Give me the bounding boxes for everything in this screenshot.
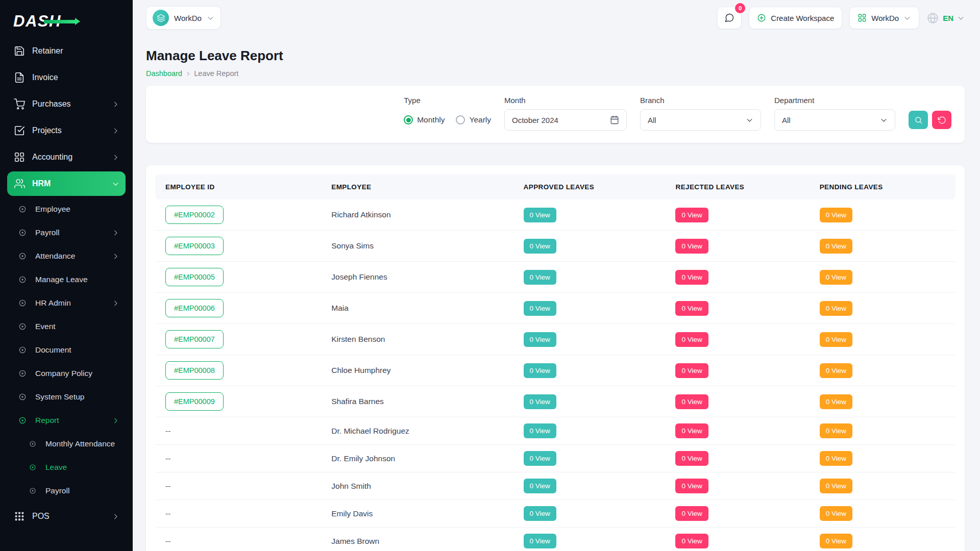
- sidebar: DASH RetainerInvoicePurchasesProjectsAcc…: [0, 0, 133, 551]
- approved-leaves-badge[interactable]: 0 View: [524, 394, 556, 409]
- month-input[interactable]: October 2024: [504, 109, 627, 131]
- employee-name: Kirsten Benson: [331, 335, 385, 343]
- sidebar-item-report[interactable]: Report: [7, 409, 126, 432]
- workspace-select[interactable]: WorkDo: [146, 6, 221, 30]
- table-row: #EMP00005Joseph Fiennes0 View0 View0 Vie…: [155, 262, 955, 293]
- sidebar-item-purchases[interactable]: Purchases: [7, 92, 126, 116]
- employee-name: Joseph Fiennes: [331, 272, 387, 281]
- topbar: WorkDo 0 Create Workspace WorkDo: [133, 0, 980, 36]
- rejected-leaves-badge[interactable]: 0 View: [675, 506, 708, 521]
- employee-id-button[interactable]: #EMP00002: [165, 206, 224, 224]
- language-code: EN: [943, 14, 953, 22]
- rejected-leaves-badge[interactable]: 0 View: [675, 451, 708, 466]
- search-button[interactable]: [909, 111, 928, 129]
- sidebar-item-label: Leave: [45, 463, 67, 472]
- pending-leaves-badge[interactable]: 0 View: [820, 301, 852, 316]
- pending-leaves-badge[interactable]: 0 View: [820, 506, 852, 521]
- sidebar-item-invoice[interactable]: Invoice: [7, 65, 126, 90]
- rejected-leaves-badge[interactable]: 0 View: [675, 270, 708, 285]
- sidebar-item-hrm[interactable]: HRM: [7, 171, 126, 196]
- sidebar-item-payroll[interactable]: Payroll: [7, 480, 126, 502]
- branch-value: All: [648, 116, 656, 124]
- approved-leaves-badge[interactable]: 0 View: [524, 208, 556, 222]
- sidebar-item-event[interactable]: Event: [7, 315, 126, 338]
- pending-leaves-badge[interactable]: 0 View: [820, 534, 852, 548]
- pending-leaves-badge[interactable]: 0 View: [820, 363, 852, 378]
- approved-leaves-badge[interactable]: 0 View: [524, 270, 556, 285]
- rejected-leaves-badge[interactable]: 0 View: [675, 534, 708, 548]
- sidebar-item-hr-admin[interactable]: HR Admin: [7, 292, 126, 314]
- messages-button[interactable]: 0: [717, 7, 742, 29]
- rejected-leaves-badge[interactable]: 0 View: [675, 239, 708, 254]
- approved-leaves-badge[interactable]: 0 View: [524, 534, 556, 548]
- sidebar-item-accounting[interactable]: Accounting: [7, 145, 126, 169]
- table-row: --Dr. Emily Johnson0 View0 View0 View: [155, 445, 955, 472]
- radio-yearly[interactable]: Yearly: [456, 115, 491, 124]
- employee-id-button[interactable]: #EMP00003: [165, 237, 224, 255]
- sidebar-item-label: Employee: [35, 205, 70, 214]
- breadcrumb-dashboard-link[interactable]: Dashboard: [146, 69, 182, 78]
- rejected-leaves-badge[interactable]: 0 View: [675, 423, 708, 438]
- sidebar-item-employee[interactable]: Employee: [7, 198, 126, 220]
- rejected-leaves-badge[interactable]: 0 View: [675, 208, 708, 222]
- workspace-menu-button[interactable]: WorkDo: [849, 7, 919, 29]
- employee-id-button[interactable]: #EMP00005: [165, 268, 224, 286]
- create-workspace-button[interactable]: Create Workspace: [749, 7, 842, 29]
- sidebar-item-projects[interactable]: Projects: [7, 118, 126, 143]
- employee-id-button[interactable]: #EMP00008: [165, 361, 224, 380]
- rejected-leaves-badge[interactable]: 0 View: [675, 394, 708, 409]
- rejected-leaves-badge[interactable]: 0 View: [675, 332, 708, 347]
- sidebar-item-pos[interactable]: POS: [7, 504, 126, 529]
- sidebar-item-payroll[interactable]: Payroll: [7, 221, 126, 244]
- sidebar-item-leave[interactable]: Leave: [7, 456, 126, 479]
- employee-id-button[interactable]: #EMP00009: [165, 392, 224, 411]
- pending-leaves-badge[interactable]: 0 View: [820, 332, 852, 347]
- approved-leaves-badge[interactable]: 0 View: [524, 332, 556, 347]
- pending-leaves-badge[interactable]: 0 View: [820, 394, 852, 409]
- sidebar-item-manage-leave[interactable]: Manage Leave: [7, 268, 126, 291]
- sidebar-item-system-setup[interactable]: System Setup: [7, 386, 126, 408]
- approved-leaves-badge[interactable]: 0 View: [524, 301, 556, 316]
- pending-leaves-badge[interactable]: 0 View: [820, 208, 852, 222]
- employee-name: Dr. Emily Johnson: [331, 454, 395, 463]
- pending-leaves-badge[interactable]: 0 View: [820, 451, 852, 466]
- bullet-icon: [16, 252, 29, 261]
- pending-leaves-badge[interactable]: 0 View: [820, 479, 852, 493]
- projects-icon: [13, 125, 26, 136]
- breadcrumb-separator-icon: ›: [187, 69, 189, 78]
- branch-select[interactable]: All: [640, 109, 761, 131]
- approved-leaves-badge[interactable]: 0 View: [524, 479, 556, 493]
- brand-logo[interactable]: DASH: [7, 7, 126, 36]
- rejected-leaves-badge[interactable]: 0 View: [675, 301, 708, 316]
- chevron-down-icon: [957, 14, 965, 22]
- approved-leaves-badge[interactable]: 0 View: [524, 363, 556, 378]
- accounting-icon: [13, 152, 26, 163]
- radio-monthly-label: Monthly: [417, 115, 445, 124]
- employee-id-button[interactable]: #EMP00006: [165, 299, 224, 317]
- sidebar-item-retainer[interactable]: Retainer: [7, 39, 126, 63]
- approved-leaves-badge[interactable]: 0 View: [524, 239, 556, 254]
- employee-id-button[interactable]: #EMP00007: [165, 330, 224, 348]
- pending-leaves-badge[interactable]: 0 View: [820, 423, 852, 438]
- language-select[interactable]: EN: [926, 12, 965, 24]
- pending-leaves-badge[interactable]: 0 View: [820, 239, 852, 254]
- pending-leaves-badge[interactable]: 0 View: [820, 270, 852, 285]
- reset-button[interactable]: [932, 111, 951, 129]
- sidebar-item-company-policy[interactable]: Company Policy: [7, 362, 126, 385]
- table-row: --Emily Davis0 View0 View0 View: [155, 500, 955, 528]
- department-select[interactable]: All: [774, 109, 895, 131]
- rejected-leaves-badge[interactable]: 0 View: [675, 363, 708, 378]
- approved-leaves-badge[interactable]: 0 View: [524, 451, 556, 466]
- rejected-leaves-badge[interactable]: 0 View: [675, 479, 708, 493]
- sidebar-item-monthly-attendance[interactable]: Monthly Attendance: [7, 433, 126, 455]
- hrm-icon: [13, 178, 26, 189]
- workspace-avatar: [153, 10, 169, 26]
- chevron-down-icon: [903, 14, 911, 22]
- sidebar-item-attendance[interactable]: Attendance: [7, 245, 126, 267]
- radio-yearly-label: Yearly: [469, 115, 491, 124]
- sidebar-item-document[interactable]: Document: [7, 339, 126, 361]
- month-label: Month: [504, 96, 627, 105]
- radio-monthly[interactable]: Monthly: [404, 115, 445, 124]
- approved-leaves-badge[interactable]: 0 View: [524, 506, 556, 521]
- approved-leaves-badge[interactable]: 0 View: [524, 423, 556, 438]
